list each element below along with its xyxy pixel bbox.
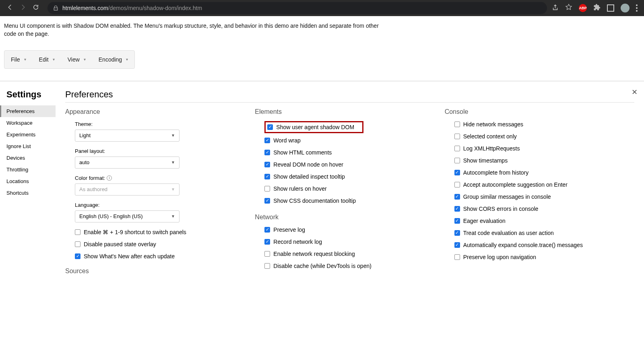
sources-heading: Sources xyxy=(65,268,255,275)
checkbox-row[interactable]: Show rulers on hover xyxy=(264,185,444,192)
menu-view[interactable]: View▾ xyxy=(61,51,92,68)
checkbox-row[interactable]: Group similar messages in console xyxy=(454,194,634,200)
profile-avatar-icon[interactable] xyxy=(621,4,630,12)
checkbox-row[interactable]: Show HTML comments xyxy=(264,149,444,156)
checkbox-row[interactable]: Autocomplete from history xyxy=(454,169,634,176)
checkbox-row[interactable]: Word wrap xyxy=(264,137,444,144)
theme-select[interactable]: Light▼ xyxy=(75,130,180,142)
console-heading: Console xyxy=(445,108,634,115)
checkbox-row[interactable]: Preserve log upon navigation xyxy=(454,254,634,260)
checkbox[interactable] xyxy=(454,242,460,248)
menu-file[interactable]: File▾ xyxy=(4,51,33,68)
sidebar-item-locations[interactable]: Locations xyxy=(0,175,56,187)
checkbox-row[interactable]: Show timestamps xyxy=(454,157,634,164)
sidebar-item-experiments[interactable]: Experiments xyxy=(0,129,56,140)
checkbox-row[interactable]: Disable paused state overlay xyxy=(75,241,255,247)
info-icon[interactable]: i xyxy=(107,175,112,181)
checkbox-label: Enable network request blocking xyxy=(273,251,355,257)
sidebar-item-throttling[interactable]: Throttling xyxy=(0,164,56,175)
checkbox-label: Record network log xyxy=(273,239,322,245)
url-path: /demos/menu/shadow-dom/index.htm xyxy=(108,5,202,11)
bookmark-star-icon[interactable] xyxy=(565,4,572,12)
panel-layout-select[interactable]: auto▼ xyxy=(75,157,180,169)
checkbox[interactable] xyxy=(454,206,460,212)
chevron-down-icon: ▾ xyxy=(24,57,26,62)
checkbox[interactable] xyxy=(75,229,80,235)
address-bar[interactable]: htmlelements.com/demos/menu/shadow-dom/i… xyxy=(47,2,547,14)
elements-heading: Elements xyxy=(255,108,444,115)
checkbox-row[interactable]: Reveal DOM node on hover xyxy=(264,161,444,168)
sidebar-item-devices[interactable]: Devices xyxy=(0,152,56,164)
network-heading: Network xyxy=(255,214,444,221)
sidebar-item-shortcuts[interactable]: Shortcuts xyxy=(0,187,56,199)
checkbox[interactable] xyxy=(75,241,80,247)
checkbox-label: Accept autocomplete suggestion on Enter xyxy=(463,181,568,188)
share-icon[interactable] xyxy=(552,4,559,12)
checkbox-row[interactable]: Enable network request blocking xyxy=(264,251,444,257)
checkbox[interactable] xyxy=(75,253,80,259)
checkbox-row[interactable]: Hide network messages xyxy=(454,121,634,128)
chevron-down-icon: ▾ xyxy=(126,57,128,62)
checkbox-label: Show HTML comments xyxy=(273,149,332,156)
checkbox-row[interactable]: Show CORS errors in console xyxy=(454,206,634,212)
checkbox[interactable] xyxy=(454,158,460,163)
checkbox[interactable] xyxy=(454,218,460,224)
checkbox[interactable] xyxy=(454,170,460,175)
panel-title: Preferences xyxy=(65,89,634,102)
checkbox-row[interactable]: Record network log xyxy=(264,239,444,245)
checkbox-row[interactable]: Treat code evaluation as user action xyxy=(454,230,634,236)
checkbox[interactable] xyxy=(264,227,270,233)
checkbox-row[interactable]: Disable cache (while DevTools is open) xyxy=(264,263,444,269)
checkbox[interactable] xyxy=(264,239,270,245)
kebab-menu-icon[interactable] xyxy=(636,4,638,12)
checkbox[interactable] xyxy=(264,162,270,167)
checkbox-row[interactable]: Show CSS documentation tooltip xyxy=(264,198,444,204)
checkbox-label: Group similar messages in console xyxy=(463,194,551,200)
checkbox-label: Reveal DOM node on hover xyxy=(273,161,343,168)
extensions-puzzle-icon[interactable] xyxy=(593,4,601,12)
sidebar-item-workspace[interactable]: Workspace xyxy=(0,117,56,129)
checkbox-row[interactable]: Preserve log xyxy=(264,227,444,233)
checkbox-row[interactable]: Accept autocomplete suggestion on Enter xyxy=(454,181,634,188)
checkbox[interactable] xyxy=(264,174,270,179)
panel-icon[interactable] xyxy=(607,4,614,12)
checkbox-row[interactable]: Show detailed inspect tooltip xyxy=(264,173,444,180)
checkbox[interactable] xyxy=(454,182,460,187)
checkbox[interactable] xyxy=(454,230,460,236)
menu-encoding[interactable]: Encoding▾ xyxy=(92,51,134,68)
checkbox[interactable] xyxy=(264,263,270,269)
checkbox[interactable] xyxy=(454,194,460,200)
checkbox-row[interactable]: Show What's New after each update xyxy=(75,253,255,260)
sidebar-item-preferences[interactable]: Preferences xyxy=(0,105,56,117)
checkbox-row[interactable]: Eager evaluation xyxy=(454,218,634,224)
checkbox[interactable] xyxy=(264,150,270,155)
checkbox-label: Treat code evaluation as user action xyxy=(463,230,554,236)
forward-icon[interactable] xyxy=(19,4,27,12)
checkbox-label: Show CORS errors in console xyxy=(463,206,539,212)
checkbox[interactable] xyxy=(267,124,273,130)
checkbox-label: Disable paused state overlay xyxy=(84,241,156,247)
sidebar-item-ignore-list[interactable]: Ignore List xyxy=(0,140,56,152)
checkbox-row[interactable]: Automatically expand console.trace() mes… xyxy=(454,242,634,248)
checkbox-row[interactable]: Enable ⌘ + 1-9 shortcut to switch panels xyxy=(75,229,255,235)
menu-edit[interactable]: Edit▾ xyxy=(33,51,61,68)
checkbox[interactable] xyxy=(264,186,270,192)
checkbox-row[interactable]: Selected context only xyxy=(454,133,634,140)
color-format-select[interactable]: As authored▼ xyxy=(75,183,180,196)
checkbox[interactable] xyxy=(264,198,270,204)
checkbox-row[interactable]: Show user agent shadow DOM xyxy=(267,124,354,130)
checkbox[interactable] xyxy=(454,122,460,127)
close-icon[interactable]: ✕ xyxy=(632,88,638,97)
checkbox[interactable] xyxy=(454,146,460,151)
checkbox-label: Automatically expand console.trace() mes… xyxy=(463,242,583,248)
checkbox[interactable] xyxy=(264,138,270,143)
checkbox[interactable] xyxy=(264,251,270,257)
back-icon[interactable] xyxy=(6,4,14,12)
checkbox-row[interactable]: Log XMLHttpRequests xyxy=(454,145,634,152)
language-select[interactable]: English (US) - English (US)▼ xyxy=(75,210,180,222)
checkbox[interactable] xyxy=(454,254,460,260)
settings-sidebar: Settings Preferences Workspace Experimen… xyxy=(0,81,56,309)
reload-icon[interactable] xyxy=(32,4,39,12)
abp-extension-icon[interactable]: ABP xyxy=(579,4,587,12)
checkbox[interactable] xyxy=(454,134,460,139)
